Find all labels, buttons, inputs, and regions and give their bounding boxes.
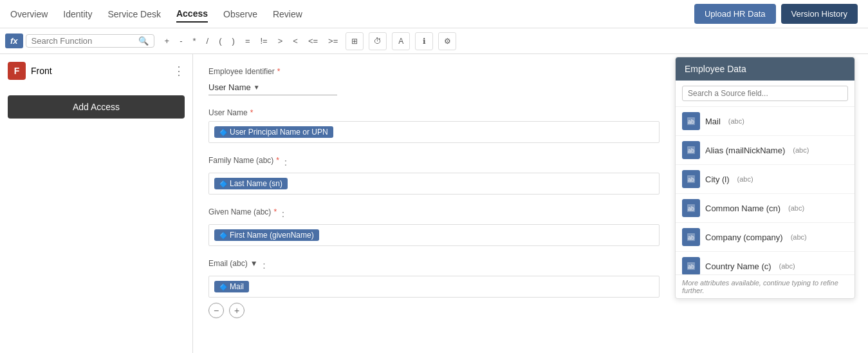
field-name: Common Name (cn) [705, 204, 780, 213]
op-paren-open[interactable]: ( [216, 35, 224, 47]
tag-icon: 🔷 [219, 129, 227, 136]
field-icon: ab [682, 228, 700, 246]
last-name-tag-label: Last Name (sn) [230, 179, 282, 188]
family-name-label: Family Name (abc) * [208, 156, 279, 165]
field-name: Mail [705, 117, 721, 126]
given-name-label: Given Name (abc) * [208, 207, 277, 216]
required-marker: * [277, 67, 281, 76]
first-name-tag-label: First Name (givenName) [230, 231, 314, 240]
employee-field-item[interactable]: ab Company (company) (abc) [676, 223, 854, 252]
field-type: (abc) [779, 262, 795, 270]
op-divide[interactable]: / [204, 35, 212, 47]
first-name-tag: 🔷 First Name (givenName) [214, 229, 319, 241]
op-equals[interactable]: = [243, 35, 253, 47]
op-not-equals[interactable]: != [257, 35, 270, 47]
settings-icon-btn[interactable]: ⚙ [438, 32, 456, 50]
email-label: Email (abc) ▼ [208, 259, 258, 268]
employee-field-item[interactable]: ab Mail (abc) [676, 107, 854, 136]
nav-item-access[interactable]: Access [176, 6, 208, 23]
formula-bar: fx 🔍 + - * / ( ) = != > < <= >= ⊞ ⏱ A ℹ … [0, 28, 868, 54]
svg-text:ab: ab [688, 176, 694, 183]
main-content: Employee Identifier * User Name ▼ User N… [193, 54, 868, 353]
field-type: (abc) [788, 204, 804, 212]
nav-item-review[interactable]: Review [273, 6, 302, 22]
op-less[interactable]: < [290, 35, 300, 47]
email-dropdown-chevron-icon[interactable]: ▼ [250, 259, 258, 268]
sidebar: F Front ⋮ Add Access [0, 54, 193, 353]
employee-search-input[interactable] [682, 86, 848, 101]
field-icon: ab [682, 112, 700, 130]
remove-add-row: − + [208, 303, 660, 318]
upn-tag-label: User Principal Name or UPN [230, 128, 328, 137]
sidebar-menu-button[interactable]: ⋮ [173, 64, 185, 78]
required-marker: * [250, 108, 254, 117]
field-icon: ab [682, 170, 700, 188]
field-type: (abc) [737, 175, 753, 183]
required-marker: * [273, 207, 277, 216]
op-paren-close[interactable]: ) [230, 35, 237, 47]
sidebar-app-title: Front [31, 66, 168, 76]
nav-item-service-desk[interactable]: Service Desk [108, 6, 161, 22]
svg-text:ab: ab [688, 205, 694, 212]
user-name-section: User Name * 🔷 User Principal Name or UPN [208, 108, 660, 143]
search-function-input[interactable] [32, 36, 134, 46]
email-input-row[interactable]: 🔷 Mail [208, 276, 660, 298]
top-nav-actions: Upload HR Data Version History [694, 4, 858, 24]
field-icon: ab [682, 199, 700, 217]
op-gte[interactable]: >= [326, 35, 340, 47]
upn-tag: 🔷 User Principal Name or UPN [214, 126, 333, 138]
family-name-input-row[interactable]: 🔷 Last Name (sn) [208, 173, 660, 195]
clock-icon-btn[interactable]: ⏱ [369, 32, 387, 50]
employee-field-item[interactable]: ab Common Name (cn) (abc) [676, 194, 854, 223]
family-name-label-row: Family Name (abc) * : [208, 156, 660, 169]
formula-search-box[interactable]: 🔍 [26, 34, 154, 48]
field-type: (abc) [793, 146, 809, 154]
info-icon-btn[interactable]: ℹ [415, 32, 433, 50]
op-minus[interactable]: - [177, 35, 185, 47]
sidebar-header: F Front ⋮ [8, 62, 185, 85]
field-name: Company (company) [705, 233, 783, 242]
main-layout: F Front ⋮ Add Access Employee Identifier… [0, 54, 868, 353]
dropdown-chevron-icon: ▼ [254, 84, 260, 91]
remove-field-button[interactable]: − [208, 303, 224, 318]
given-name-input-row[interactable]: 🔷 First Name (givenName) [208, 224, 660, 246]
field-name: Alias (mailNickName) [705, 146, 785, 155]
employee-identifier-dropdown[interactable]: User Name ▼ [208, 80, 337, 95]
svg-text:ab: ab [688, 148, 694, 154]
add-access-button[interactable]: Add Access [8, 95, 185, 119]
mail-tag: 🔷 Mail [214, 281, 249, 292]
field-icon: ab [682, 257, 700, 274]
field-type: (abc) [728, 117, 744, 125]
op-plus[interactable]: + [162, 35, 172, 47]
given-name-section: Given Name (abc) * : 🔷 First Name (given… [208, 207, 660, 246]
employee-field-item[interactable]: ab Country Name (c) (abc) [676, 252, 854, 274]
nav-item-overview[interactable]: Overview [10, 6, 48, 22]
nav-item-identity[interactable]: Identity [63, 6, 92, 22]
nav-items: Overview Identity Service Desk Access Ob… [10, 6, 302, 23]
tag-icon: 🔷 [219, 283, 227, 291]
email-section: Email (abc) ▼ : 🔷 Mail − + [208, 259, 660, 318]
op-lte[interactable]: <= [306, 35, 320, 47]
field-name: Country Name (c) [705, 262, 771, 271]
employee-panel-search-area [676, 81, 854, 107]
employee-field-item[interactable]: ab City (l) (abc) [676, 165, 854, 194]
op-greater[interactable]: > [275, 35, 286, 47]
version-history-button[interactable]: Version History [781, 4, 858, 24]
app-logo: F [8, 62, 26, 80]
text-icon-btn[interactable]: A [392, 32, 410, 50]
field-name: City (l) [705, 175, 730, 184]
grid-icon-btn[interactable]: ⊞ [346, 32, 364, 50]
panel-footer-note: More attributes available, continue typi… [676, 274, 854, 298]
add-field-button[interactable]: + [229, 303, 245, 318]
employee-data-panel: Employee Data ab Mail (abc) ab Alias (ma… [675, 57, 855, 299]
colon-separator: : [263, 260, 266, 271]
family-name-section: Family Name (abc) * : 🔷 Last Name (sn) [208, 156, 660, 195]
nav-item-observe[interactable]: Observe [223, 6, 257, 22]
tag-icon: 🔷 [219, 180, 227, 187]
employee-field-list: ab Mail (abc) ab Alias (mailNickName) (a… [676, 107, 854, 274]
svg-text:ab: ab [688, 119, 694, 125]
op-multiply[interactable]: * [190, 35, 199, 47]
upload-hr-data-button[interactable]: Upload HR Data [694, 4, 776, 24]
user-name-input-row[interactable]: 🔷 User Principal Name or UPN [208, 121, 660, 143]
employee-field-item[interactable]: ab Alias (mailNickName) (abc) [676, 136, 854, 165]
